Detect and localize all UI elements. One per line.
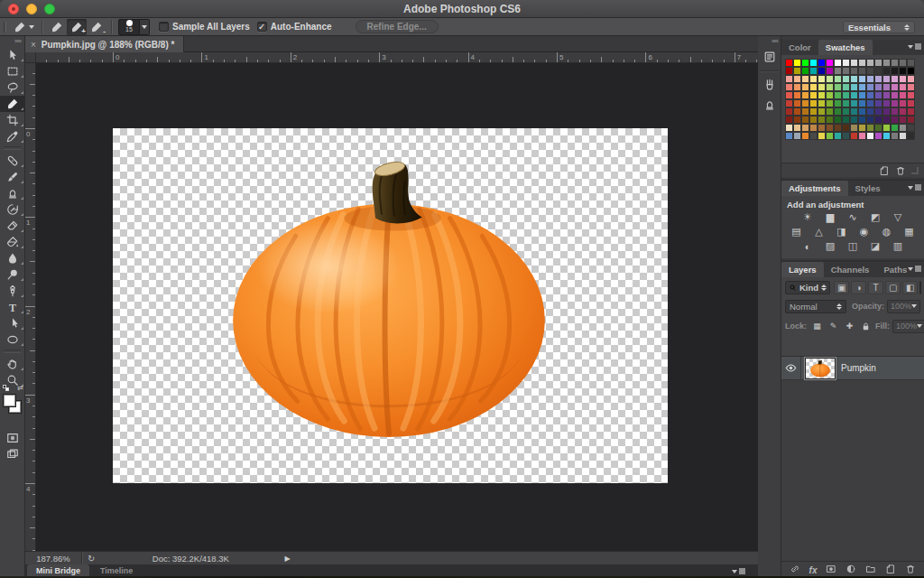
color-swatch[interactable]	[801, 107, 809, 116]
move-tool[interactable]	[0, 47, 25, 63]
color-swatch[interactable]	[866, 91, 874, 99]
status-flyout-arrow[interactable]: ▶	[284, 555, 290, 563]
levels-icon[interactable]: ▆	[822, 210, 838, 224]
color-swatch[interactable]	[850, 67, 858, 75]
color-swatch[interactable]	[874, 99, 882, 107]
color-swatch[interactable]	[891, 99, 899, 107]
lock-paint-icon[interactable]: ✎	[827, 320, 840, 332]
color-swatch[interactable]	[850, 83, 858, 91]
color-swatch[interactable]	[793, 83, 801, 91]
filter-pixel-layers-icon[interactable]: ▣	[834, 281, 849, 294]
color-swatch[interactable]	[907, 99, 915, 107]
color-swatch[interactable]	[850, 59, 858, 67]
color-swatch[interactable]	[866, 116, 874, 124]
lock-position-icon[interactable]: ✚	[843, 320, 856, 332]
color-swatch[interactable]	[785, 75, 793, 83]
filter-smart-objects-icon[interactable]: ◧	[902, 281, 918, 294]
color-swatch[interactable]	[834, 99, 842, 107]
blend-mode-select[interactable]: Normal	[785, 300, 846, 313]
color-swatch[interactable]	[818, 75, 826, 83]
threshold-icon[interactable]: ◫	[845, 239, 861, 253]
color-swatch[interactable]	[891, 107, 899, 116]
color-swatch[interactable]	[882, 91, 891, 99]
hue-saturation-icon[interactable]: ▤	[789, 225, 805, 238]
color-swatch[interactable]	[793, 124, 801, 132]
color-swatch[interactable]	[907, 67, 915, 75]
vertical-ruler[interactable]: 012345	[25, 63, 36, 551]
color-swatch[interactable]	[809, 99, 818, 107]
color-swatch[interactable]	[899, 132, 907, 140]
horizontal-ruler[interactable]: 01234567	[36, 52, 758, 63]
color-swatch[interactable]	[785, 67, 793, 75]
color-swatch[interactable]	[801, 116, 809, 124]
color-swatch[interactable]	[834, 83, 842, 91]
layer-effects-icon[interactable]: fx	[809, 561, 818, 577]
color-swatch[interactable]	[850, 132, 858, 140]
color-swatch[interactable]	[818, 59, 826, 67]
color-swatch[interactable]	[899, 59, 907, 67]
color-swatch[interactable]	[826, 59, 834, 67]
color-swatch[interactable]	[842, 75, 850, 83]
color-swatch[interactable]	[801, 99, 809, 107]
color-swatch[interactable]	[834, 107, 842, 116]
color-swatch[interactable]	[899, 99, 907, 107]
brush-size-picker[interactable]: 15	[118, 19, 150, 35]
clone-stamp-tool[interactable]	[0, 185, 25, 201]
color-swatch[interactable]	[818, 99, 826, 107]
delete-layer-icon[interactable]	[905, 564, 916, 574]
color-swatch[interactable]	[874, 67, 882, 75]
filter-type-layers-icon[interactable]: T	[868, 281, 883, 294]
zoom-level-field[interactable]: 187.86%	[25, 554, 81, 564]
color-swatch[interactable]	[882, 132, 891, 140]
gradient-map-icon[interactable]: ◪	[867, 239, 883, 253]
color-swatch[interactable]	[907, 91, 915, 99]
dodge-tool[interactable]	[0, 266, 25, 283]
color-swatch[interactable]	[801, 91, 809, 99]
lasso-tool[interactable]	[0, 79, 25, 96]
default-colors-icon[interactable]	[3, 385, 11, 391]
color-swatch[interactable]	[842, 83, 850, 91]
color-swatch[interactable]	[882, 67, 891, 75]
color-swatch[interactable]	[842, 116, 850, 124]
color-swatch[interactable]	[793, 75, 801, 83]
panel-menu-icon[interactable]	[732, 568, 745, 574]
color-swatch[interactable]	[874, 132, 882, 140]
color-swatch[interactable]	[891, 132, 899, 140]
color-swatch[interactable]	[785, 116, 793, 124]
color-swatch[interactable]	[858, 107, 866, 116]
brush-tool[interactable]	[0, 169, 25, 185]
color-swatch[interactable]	[874, 116, 882, 124]
color-swatch[interactable]	[866, 99, 874, 107]
color-swatch[interactable]	[850, 124, 858, 132]
color-swatch[interactable]	[818, 116, 826, 124]
color-swatch[interactable]	[826, 75, 834, 83]
delete-swatch-icon[interactable]	[895, 165, 906, 176]
new-adjustment-layer-icon[interactable]	[845, 564, 856, 574]
color-swatch[interactable]	[842, 99, 850, 107]
color-swatch[interactable]	[858, 116, 866, 124]
color-swatch[interactable]	[850, 107, 858, 116]
pumpkin-image[interactable]	[227, 161, 550, 441]
color-swatch[interactable]	[866, 107, 874, 116]
color-swatch[interactable]	[866, 124, 874, 132]
color-swatch[interactable]	[809, 132, 818, 140]
type-tool[interactable]: T	[0, 299, 25, 315]
eraser-tool[interactable]	[0, 218, 25, 234]
color-swatch[interactable]	[899, 124, 907, 132]
hand-tool[interactable]	[0, 356, 25, 372]
color-swatch[interactable]	[882, 124, 891, 132]
tab-adjustments[interactable]: Adjustments	[781, 181, 848, 196]
color-swatch[interactable]	[801, 75, 809, 83]
color-swatch[interactable]	[882, 107, 891, 116]
tab-styles[interactable]: Styles	[848, 181, 888, 196]
color-swatch[interactable]	[866, 75, 874, 83]
collapse-dock-icon[interactable]: ««	[758, 36, 781, 47]
color-swatch[interactable]	[826, 124, 834, 132]
sync-icon[interactable]: ↻	[88, 554, 95, 564]
color-swatch[interactable]	[793, 67, 801, 75]
sample-all-layers-checkbox[interactable]: Sample All Layers	[159, 22, 250, 32]
color-swatch[interactable]	[801, 67, 809, 75]
paint-bucket-tool[interactable]	[0, 234, 25, 250]
color-swatch[interactable]	[858, 59, 866, 67]
rectangular-marquee-tool[interactable]	[0, 63, 25, 79]
